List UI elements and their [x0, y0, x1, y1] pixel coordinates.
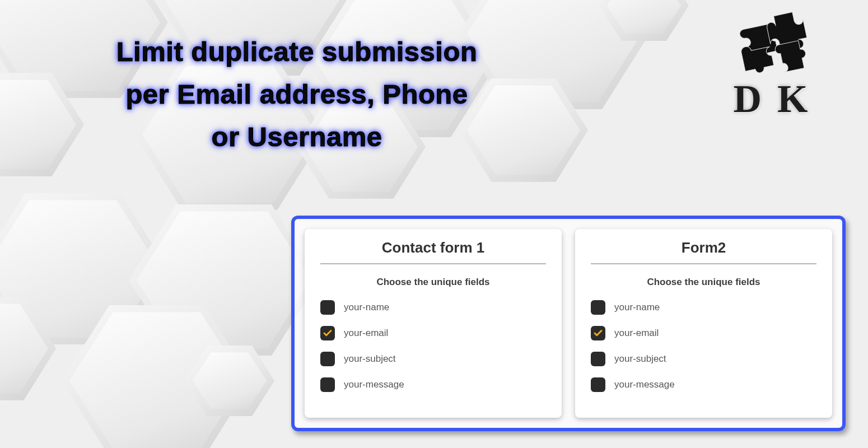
form-card-title: Form2	[591, 239, 816, 264]
field-your-name: your-name	[591, 300, 816, 315]
checkbox-your-message[interactable]	[320, 377, 335, 392]
checkbox-your-email[interactable]	[320, 326, 335, 340]
field-label: your-email	[344, 328, 388, 339]
form-card-subtitle: Choose the unique fields	[591, 277, 816, 288]
field-your-email: your-email	[320, 326, 546, 340]
form-card-title: Contact form 1	[320, 239, 546, 264]
checkbox-your-name[interactable]	[591, 300, 605, 315]
checkbox-your-email[interactable]	[591, 326, 605, 340]
form-card-1: Contact form 1 Choose the unique fields …	[305, 229, 562, 418]
field-your-subject: your-subject	[591, 352, 816, 366]
field-your-name: your-name	[320, 300, 546, 315]
dk-logo: DK	[708, 10, 848, 122]
checkbox-your-name[interactable]	[320, 300, 335, 315]
field-your-message: your-message	[591, 377, 816, 392]
field-label: your-message	[614, 379, 675, 390]
page-title: Limit duplicate submission per Email add…	[28, 31, 566, 158]
forms-panel: Contact form 1 Choose the unique fields …	[291, 216, 846, 431]
field-label: your-message	[344, 379, 404, 390]
field-label: your-name	[614, 302, 660, 313]
field-your-message: your-message	[320, 377, 546, 392]
form-card-2: Form2 Choose the unique fields your-name…	[575, 229, 832, 418]
dk-logo-text: DK	[708, 77, 848, 122]
checkbox-your-message[interactable]	[591, 377, 605, 392]
form-card-subtitle: Choose the unique fields	[320, 277, 546, 288]
field-label: your-subject	[614, 353, 666, 365]
field-your-subject: your-subject	[320, 352, 546, 366]
field-label: your-subject	[344, 353, 396, 365]
checkbox-your-subject[interactable]	[320, 352, 335, 366]
field-label: your-name	[344, 302, 389, 313]
field-label: your-email	[614, 328, 659, 339]
checkbox-your-subject[interactable]	[591, 352, 605, 366]
field-your-email: your-email	[591, 326, 816, 340]
